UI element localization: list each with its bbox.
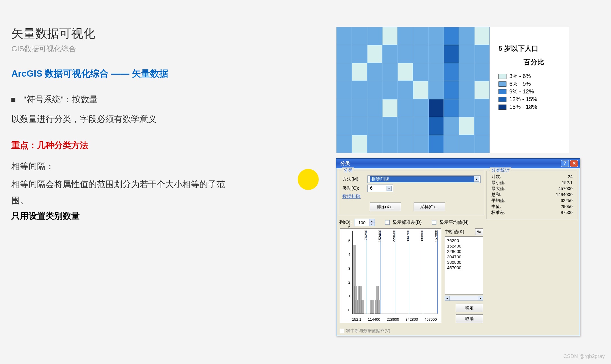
columns-input[interactable] [355,219,369,226]
break-line[interactable] [437,231,438,314]
snap-row: 将中断与数据值贴齐(V) [336,326,580,336]
legend-label: 15% - 18% [509,104,537,110]
break-value[interactable]: 304700 [447,254,481,259]
stat-key: 最小值: [491,180,505,185]
break-value[interactable]: 228600 [447,249,481,254]
titlebar[interactable]: 分类 ? ✕ [336,159,580,168]
stat-line: 最小值:152.1 [490,180,574,186]
break-line-label: 380800 [420,230,424,242]
scroll-right-icon[interactable]: ▸ [478,296,483,301]
stat-key: 中值: [491,204,501,209]
snap-checkbox[interactable] [340,329,344,333]
break-line[interactable] [381,231,381,314]
emphasis-red: 重点：几种分类方法 [11,140,228,151]
body-text: 以数量进行分类，字段必须有数学意义 [11,112,228,126]
stat-line: 计数:24 [490,174,574,180]
histogram-chart[interactable]: 0123456 76290152400228600304700380800457… [340,228,441,323]
histogram-bar [371,300,374,314]
stat-key: 最大值: [491,186,505,191]
legend-swatch-icon [498,105,506,110]
legend-label: 3% - 6% [509,73,531,79]
map-panel: 5 岁以下人口 百分比 3% - 6%6% - 9%9% - 12%12% - … [336,27,569,153]
legend-item: 12% - 15% [498,96,569,103]
legend-item: 6% - 9% [498,81,569,87]
classes-select[interactable]: 6 ▾ [367,185,393,192]
breaks-list[interactable]: 76290152400228600304700380800457000 [445,236,483,295]
legend-swatch-icon [498,97,506,102]
stat-key: 平均值: [491,198,505,203]
stat-line: 平均值:62250 [490,198,574,204]
break-value[interactable]: 76290 [447,238,481,243]
percent-button[interactable]: % [475,228,483,235]
chevron-down-icon: ▾ [474,177,479,182]
method-value: 相等间隔 [370,176,474,182]
spin-up-icon[interactable]: ▴ [369,219,375,222]
stat-key: 标准差: [491,210,505,215]
break-line-label: 457000 [434,230,438,242]
exclude-button[interactable]: 排除(X)... [370,203,401,211]
break-line[interactable] [423,231,423,314]
method-select[interactable]: 相等间隔 ▾ [367,175,481,183]
stat-value: 457000 [558,186,573,191]
slide-text: 矢量数据可视化 GIS数据可视化综合 ArcGIS 数据可视化综合 —— 矢量数… [11,26,228,222]
para-1: 相等间隔： [11,158,228,174]
show-std-checkbox[interactable] [385,220,390,225]
map-legend: 5 岁以下人口 百分比 3% - 6%6% - 9%9% - 12%12% - … [490,27,569,153]
legend-swatch-icon [498,74,506,79]
statistics-group: 分类统计 计数:24最小值:152.1最大值:457000总和:1494000平… [487,171,577,219]
laser-pointer-icon [298,169,319,190]
breaks-scrollbar[interactable]: ◂ ▸ [445,296,483,301]
legend-label: 12% - 15% [509,96,537,103]
break-value[interactable]: 152400 [447,243,481,249]
scroll-left-icon[interactable]: ◂ [445,296,450,301]
break-line[interactable] [395,231,395,314]
break-line-label: 76290 [364,230,368,240]
stat-value: 152.1 [562,180,573,185]
sample-button[interactable]: 采样(G)... [414,203,445,211]
cancel-button[interactable]: 取消 [456,314,483,323]
break-line[interactable] [409,231,409,314]
classification-dialog: 分类 ? ✕ 分类 方法(M): 相等间隔 ▾ 类别(C): 6 [336,158,580,336]
bullet-icon [11,98,15,102]
watermark: CSDN @rgb2gray [563,353,605,359]
histogram-bar [361,300,364,314]
stat-line: 中值:29050 [490,204,574,210]
stat-value: 97500 [561,210,573,215]
spin-down-icon[interactable]: ▾ [369,222,375,226]
section-heading: ArcGIS 数据可视化综合 —— 矢量数据 [11,68,228,80]
method-label: 方法(M): [342,176,365,182]
bullet-line: "符号系统"：按数量 [11,94,228,105]
legend-swatch-icon [498,81,506,87]
break-value[interactable]: 380800 [447,259,481,265]
stat-line: 最大值:457000 [490,186,574,192]
help-button[interactable]: ? [561,160,569,167]
break-value[interactable]: 457000 [447,265,481,270]
bullet-text: "符号系统"：按数量 [23,94,98,105]
emphasis-black: 只用设置类别数量 [11,210,228,222]
classes-value: 6 [370,186,373,191]
slide-subtitle: GIS数据可视化综合 [11,44,228,54]
ok-button[interactable]: 确定 [456,304,483,312]
data-exclusion-link[interactable]: 数据排除 [342,194,481,200]
histogram-bar [377,300,380,314]
group-label-stats: 分类统计 [490,167,511,173]
break-line-label: 228600 [392,230,396,242]
legend-item: 9% - 12% [498,88,569,95]
classification-group: 分类 方法(M): 相等间隔 ▾ 类别(C): 6 ▾ 数据排除 [339,171,484,215]
break-line-label: 152400 [378,230,382,242]
dialog-title: 分类 [340,160,350,167]
stat-line: 总和:1494000 [490,192,574,198]
stat-value: 62250 [561,198,573,203]
close-button[interactable]: ✕ [570,160,578,167]
legend-label: 9% - 12% [509,88,534,95]
legend-title-1: 5 岁以下人口 [498,44,569,53]
columns-spinner[interactable]: ▴ ▾ [355,219,375,226]
stat-key: 总和: [491,192,501,197]
legend-title-2: 百分比 [498,58,569,67]
stat-line: 标准差:97500 [490,210,574,216]
show-std-label: 显示标准差(D) [393,220,422,225]
stat-value: 24 [568,174,573,179]
show-mean-checkbox[interactable] [432,220,436,225]
breaks-label: 中断值(K) [445,229,464,235]
break-line[interactable] [367,231,367,314]
